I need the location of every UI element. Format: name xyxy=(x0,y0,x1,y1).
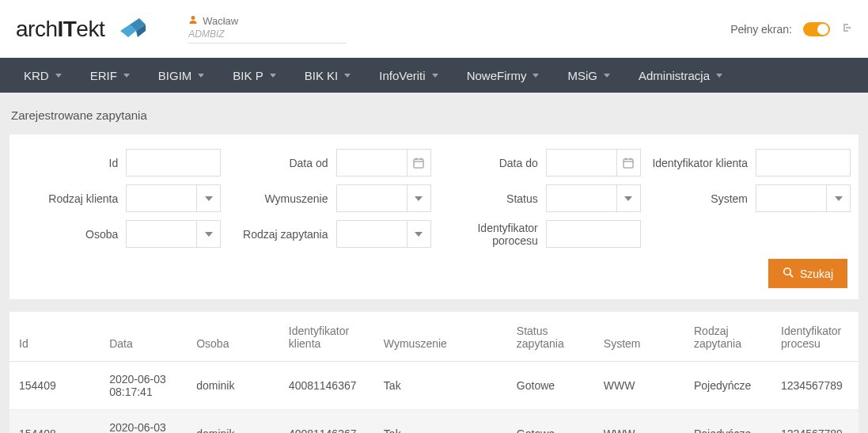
rodzaj-zapytania-dropdown[interactable] xyxy=(336,220,431,248)
chevron-down-icon[interactable] xyxy=(616,185,640,211)
chevron-down-icon[interactable] xyxy=(407,185,430,211)
nav-item-bikki[interactable]: BIK KI xyxy=(290,58,366,93)
col-ident-klienta[interactable]: Identyfikator klienta xyxy=(279,312,374,362)
label-osoba: Osoba xyxy=(17,228,118,241)
label-wymuszenie: Wymuszenie xyxy=(227,192,328,205)
svg-rect-7 xyxy=(624,159,633,168)
col-status[interactable]: Status zapytania xyxy=(507,312,594,362)
nav-item-infoveriti[interactable]: InfoVeriti xyxy=(365,58,452,93)
chevron-down-icon xyxy=(533,74,539,78)
nav-item-krd[interactable]: KRD xyxy=(9,58,76,93)
filter-panel: Id Data od Data do xyxy=(9,135,859,299)
chevron-down-icon xyxy=(604,74,610,78)
svg-line-12 xyxy=(790,274,793,277)
system-dropdown[interactable] xyxy=(756,184,851,212)
nav-item-bikp[interactable]: BIK P xyxy=(218,58,290,93)
col-wymuszenie[interactable]: Wymuszenie xyxy=(374,312,507,362)
user-role: ADMBIZ xyxy=(188,28,347,40)
svg-rect-3 xyxy=(414,159,423,168)
id-field[interactable] xyxy=(126,149,221,177)
chevron-down-icon xyxy=(270,74,276,78)
results-table: Id Data Osoba Identyfikator klienta Wymu… xyxy=(9,312,859,433)
header-right: Pełny ekran: xyxy=(730,22,852,36)
svg-point-11 xyxy=(784,268,791,275)
page: Zarejestrowane zapytania Id Data od Data… xyxy=(0,93,868,433)
col-system[interactable]: System xyxy=(594,312,684,362)
wymuszenie-dropdown[interactable] xyxy=(336,184,431,212)
chevron-down-icon xyxy=(55,74,62,78)
chevron-down-icon xyxy=(344,74,351,78)
chevron-down-icon xyxy=(432,74,438,78)
logo[interactable]: archITekt xyxy=(16,13,188,44)
rodzaj-klienta-dropdown[interactable] xyxy=(126,184,221,212)
chevron-down-icon xyxy=(123,74,130,78)
table-row[interactable]: 154408 2020-06-03 08:17:39 dominik 40081… xyxy=(9,410,859,434)
ident-klienta-field[interactable] xyxy=(756,149,851,177)
chevron-down-icon xyxy=(198,74,204,78)
filter-grid: Id Data od Data do xyxy=(17,149,851,248)
nav-item-bigim[interactable]: BIGIM xyxy=(144,58,219,93)
table-header-row: Id Data Osoba Identyfikator klienta Wymu… xyxy=(9,312,859,362)
col-osoba[interactable]: Osoba xyxy=(187,312,279,362)
fullscreen-label: Pełny ekran: xyxy=(730,23,792,36)
search-button[interactable]: Szukaj xyxy=(768,259,847,288)
chevron-down-icon[interactable] xyxy=(196,221,220,247)
label-data-do: Data do xyxy=(438,157,538,169)
col-id[interactable]: Id xyxy=(9,312,100,362)
logo-text: archITekt xyxy=(16,17,104,42)
nav-item-administracja[interactable]: Administracja xyxy=(624,58,737,93)
user-name: Wacław xyxy=(203,15,238,27)
navbar: KRD ERIF BIGIM BIK P BIK KI InfoVeriti N… xyxy=(0,58,868,93)
label-system: System xyxy=(647,192,748,205)
label-id: Id xyxy=(17,157,118,169)
label-rodzaj-zapytania: Rodzaj zapytania xyxy=(227,228,328,241)
user-icon xyxy=(188,15,198,27)
fullscreen-toggle[interactable] xyxy=(803,22,830,36)
table-row[interactable]: 154409 2020-06-03 08:17:41 dominik 40081… xyxy=(9,362,859,410)
col-ident-procesu[interactable]: Identyfikator procesu xyxy=(771,312,859,362)
logout-icon[interactable] xyxy=(841,22,852,36)
status-dropdown[interactable] xyxy=(546,184,641,212)
logo-icon xyxy=(111,13,149,44)
nav-item-erif[interactable]: ERIF xyxy=(76,58,144,93)
calendar-icon[interactable] xyxy=(616,150,640,176)
col-rodzaj[interactable]: Rodzaj zapytania xyxy=(684,312,771,362)
user-block: Wacław ADMBIZ xyxy=(188,15,347,44)
col-data[interactable]: Data xyxy=(100,312,187,362)
data-od-field[interactable] xyxy=(336,149,431,177)
data-do-field[interactable] xyxy=(546,149,641,177)
label-ident-klienta: Identyfikator klienta xyxy=(647,157,748,169)
chevron-down-icon[interactable] xyxy=(196,185,220,211)
label-rodzaj-klienta: Rodzaj klienta xyxy=(17,192,118,205)
label-ident-procesu: Identyfikator porocesu xyxy=(438,222,538,247)
nav-item-msig[interactable]: MSiG xyxy=(553,58,624,93)
ident-procesu-field[interactable] xyxy=(546,220,641,248)
calendar-icon[interactable] xyxy=(407,150,430,176)
page-title: Zarejestrowane zapytania xyxy=(11,108,859,122)
filter-buttons: Szukaj xyxy=(17,259,851,288)
label-data-od: Data od xyxy=(227,157,328,169)
chevron-down-icon[interactable] xyxy=(826,185,850,211)
chevron-down-icon xyxy=(716,74,722,78)
nav-item-nowefirmy[interactable]: NoweFirmy xyxy=(453,58,554,93)
osoba-dropdown[interactable] xyxy=(126,220,221,248)
chevron-down-icon[interactable] xyxy=(407,221,430,247)
label-status: Status xyxy=(438,192,538,205)
user-name-line: Wacław xyxy=(188,15,347,27)
header: archITekt Wacław ADMBIZ Pełny ekran: xyxy=(0,0,868,58)
search-icon xyxy=(783,267,794,280)
